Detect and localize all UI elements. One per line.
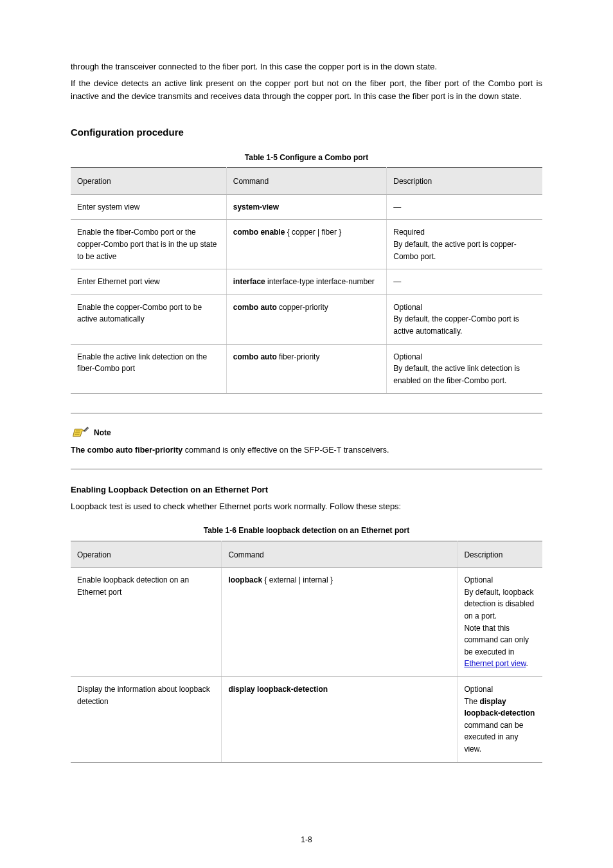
table-row: Enable the active link detection on the … bbox=[71, 344, 542, 393]
table-row: Enable the fiber-Combo port or the coppe… bbox=[71, 220, 542, 269]
ethernet-port-view-link[interactable]: Ethernet port view bbox=[464, 659, 526, 668]
table-row: Display the information about loopback d… bbox=[71, 676, 542, 762]
table-row: Enable loopback detection on an Ethernet… bbox=[71, 568, 542, 677]
table-1-5-caption: Table 1-5 Configure a Combo port bbox=[71, 152, 542, 164]
table-row: Enter system view system-view — bbox=[71, 194, 542, 220]
table-header-description: Description bbox=[387, 168, 542, 195]
note-icon bbox=[71, 426, 90, 439]
table-header-operation: Operation bbox=[71, 168, 226, 195]
loopback-intro: Loopback test is used to check whether E… bbox=[71, 500, 542, 513]
table-header-description: Description bbox=[458, 541, 542, 568]
intro-p1: through the transceiver connected to the… bbox=[71, 60, 542, 73]
table-row: Enter Ethernet port view interface inter… bbox=[71, 269, 542, 295]
config-procedure-heading: Configuration procedure bbox=[71, 125, 542, 140]
loopback-heading: Enabling Loopback Detection on an Ethern… bbox=[71, 484, 542, 496]
table-1-6-caption: Table 1-6 Enable loopback detection on a… bbox=[71, 525, 542, 537]
table-row: Enable the copper-Combo port to be activ… bbox=[71, 294, 542, 344]
intro-p2: If the device detects an active link pre… bbox=[71, 77, 542, 103]
table-header-command: Command bbox=[226, 168, 387, 195]
table-header-operation: Operation bbox=[71, 541, 222, 568]
note-text: The combo auto fiber-priority command is… bbox=[71, 444, 542, 457]
loopback-detection-table: Operation Command Description Enable loo… bbox=[71, 541, 542, 763]
table-header-command: Command bbox=[222, 541, 458, 568]
page-number: 1-8 bbox=[0, 834, 613, 846]
combo-port-config-table: Operation Command Description Enter syst… bbox=[71, 167, 542, 393]
note-callout: Note The combo auto fiber-priority comma… bbox=[71, 413, 542, 469]
note-label: Note bbox=[94, 427, 111, 439]
